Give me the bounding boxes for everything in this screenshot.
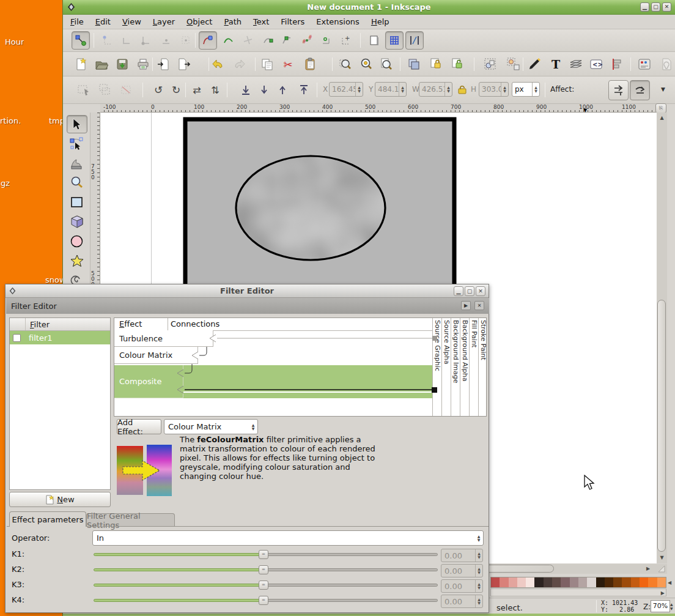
align-dialog-button[interactable] xyxy=(609,57,624,72)
open-button[interactable] xyxy=(94,57,109,72)
snap-line-midpoint-button[interactable]: ## xyxy=(298,31,316,50)
rotate-ccw-button[interactable]: ↺ xyxy=(151,83,166,97)
save-button[interactable] xyxy=(115,57,130,72)
menu-edit[interactable]: Edit xyxy=(95,17,111,26)
unlink-clone-button[interactable] xyxy=(449,57,464,72)
palette-swatch[interactable] xyxy=(561,577,569,587)
scroll-down-arrow[interactable]: ▼ xyxy=(657,555,667,560)
k2-slider-handle[interactable]: = xyxy=(259,565,268,574)
effect-row-composite[interactable]: Composite xyxy=(114,365,183,398)
h-field[interactable]: 303.086▲▼ xyxy=(479,82,509,97)
ungroup-button[interactable] xyxy=(506,57,521,72)
filter-list-item[interactable]: filter1 xyxy=(10,331,110,344)
tweak-tool[interactable] xyxy=(67,154,87,173)
duplicate-button[interactable] xyxy=(407,57,421,72)
maximize-button[interactable]: ▢ xyxy=(651,2,660,12)
affect-move-gradients-button[interactable] xyxy=(608,80,629,100)
redo-button[interactable] xyxy=(232,57,246,72)
dialog-titlebar[interactable]: Filter Editor ▁ ▢ ✕ xyxy=(6,284,489,298)
panel-menu-button[interactable]: ▶ xyxy=(461,301,471,310)
y-field[interactable]: 484.171▲▼ xyxy=(375,82,407,97)
desktop-icon-label[interactable]: tmp xyxy=(49,116,63,125)
guides-toggle-button[interactable] xyxy=(405,31,424,50)
k3-slider-handle[interactable]: = xyxy=(259,581,268,590)
rectangle-tool[interactable] xyxy=(67,193,87,212)
group-button[interactable] xyxy=(483,57,498,72)
snap-bbox-edge-button[interactable] xyxy=(118,31,136,50)
cut-button[interactable]: ✂ xyxy=(281,57,295,72)
palette-swatch[interactable] xyxy=(570,577,578,587)
window-titlebar[interactable]: New document 1 - Inkscape ▁ ▢ ✕ xyxy=(63,0,675,15)
snap-path-intersection-button[interactable] xyxy=(239,31,257,50)
k4-value-field[interactable]: 0.00▲▼ xyxy=(441,595,483,608)
effect-row-colour-matrix[interactable]: Colour Matrix xyxy=(114,347,198,364)
affect-move-patterns-button[interactable] xyxy=(630,80,650,100)
lock-ratio-icon[interactable] xyxy=(457,84,467,95)
document-properties-button[interactable] xyxy=(659,57,674,72)
sticky-zoom-button[interactable]: ⎘ xyxy=(655,103,666,113)
snap-bbox-midpoint-button[interactable] xyxy=(157,31,175,50)
filter-list-header[interactable]: Filter xyxy=(10,318,110,331)
text-tool-dialog-button[interactable]: T xyxy=(548,57,563,72)
palette-scroll-right-arrow[interactable]: ▶ xyxy=(661,590,665,596)
lower-button[interactable] xyxy=(257,83,271,97)
grid-toggle-button[interactable] xyxy=(385,31,404,50)
operator-select[interactable]: In ▲▼ xyxy=(92,530,484,546)
k1-slider-handle[interactable]: = xyxy=(259,550,268,559)
flip-vertical-button[interactable]: ⇅ xyxy=(208,83,223,97)
palette-scrollbar[interactable]: ▶ xyxy=(490,588,666,596)
snap-bbox-center-button[interactable] xyxy=(177,31,195,50)
select-all-button[interactable] xyxy=(76,83,91,97)
snap-rotation-center-button[interactable]: + xyxy=(337,31,355,50)
effect-column-header[interactable]: Effect xyxy=(119,319,142,332)
flip-horizontal-button[interactable]: ⇄ xyxy=(190,83,204,97)
palette-swatch[interactable] xyxy=(640,577,648,587)
palette-swatch[interactable] xyxy=(491,577,500,587)
palette-swatch[interactable] xyxy=(509,577,517,587)
palette-swatch[interactable] xyxy=(552,577,561,587)
connections-column-header[interactable]: Connections xyxy=(171,319,219,332)
tab-effect-parameters[interactable]: Effect parameters xyxy=(9,511,86,527)
x-field[interactable]: 162.457▲▼ xyxy=(329,82,363,97)
horizontal-ruler[interactable]: -100 0 100 200 300 400 500 600 700 800 9… xyxy=(100,104,657,113)
menu-extensions[interactable]: Extensions xyxy=(316,17,360,26)
palette-swatch[interactable] xyxy=(622,577,630,587)
desktop-icon-label[interactable]: Hour xyxy=(5,37,24,46)
palette-prev-arrow[interactable]: ◀ xyxy=(668,580,671,585)
palette-swatch[interactable] xyxy=(578,577,587,587)
dialog-minimize-button[interactable]: ▁ xyxy=(454,286,463,296)
palette-swatch[interactable] xyxy=(657,577,666,587)
palette-swatch[interactable] xyxy=(544,577,552,587)
w-field[interactable]: 426.514▲▼ xyxy=(419,82,452,97)
palette-swatch[interactable] xyxy=(605,577,613,587)
select-all-layers-button[interactable] xyxy=(98,83,112,97)
snap-cusp-node-button[interactable] xyxy=(259,31,277,50)
3dbox-tool[interactable] xyxy=(67,213,87,231)
minimize-button[interactable]: ▁ xyxy=(640,2,649,12)
selector-tool[interactable] xyxy=(67,115,87,133)
dialog-close-button[interactable]: ✕ xyxy=(476,286,485,296)
menu-help[interactable]: Help xyxy=(371,17,389,26)
toolbar-overflow-arrow[interactable]: ▼ xyxy=(661,86,665,92)
menu-file[interactable]: File xyxy=(70,17,84,26)
zoom-selection-button[interactable] xyxy=(338,57,353,72)
filter-column-header[interactable]: Filter xyxy=(26,320,50,329)
menu-layer[interactable]: Layer xyxy=(153,17,175,26)
lower-to-bottom-button[interactable] xyxy=(238,83,253,97)
page-border-snap-button[interactable] xyxy=(365,31,383,50)
close-button[interactable]: ✕ xyxy=(662,2,671,12)
deselect-button[interactable] xyxy=(119,83,134,97)
unit-select[interactable]: px▲▼ xyxy=(512,82,540,97)
import-button[interactable] xyxy=(156,57,171,72)
zoom-drawing-button[interactable] xyxy=(359,57,374,72)
undo-button[interactable] xyxy=(211,57,226,72)
k4-slider-handle[interactable]: = xyxy=(259,596,268,605)
palette-swatch[interactable] xyxy=(534,577,543,587)
menu-view[interactable]: View xyxy=(122,17,141,26)
snap-nodes-button[interactable] xyxy=(199,31,217,50)
snap-object-center-button[interactable] xyxy=(317,31,336,50)
export-button[interactable] xyxy=(177,57,191,72)
xml-editor-button[interactable]: <> xyxy=(589,57,603,72)
palette-swatch[interactable] xyxy=(631,577,640,587)
raise-button[interactable] xyxy=(275,83,290,97)
